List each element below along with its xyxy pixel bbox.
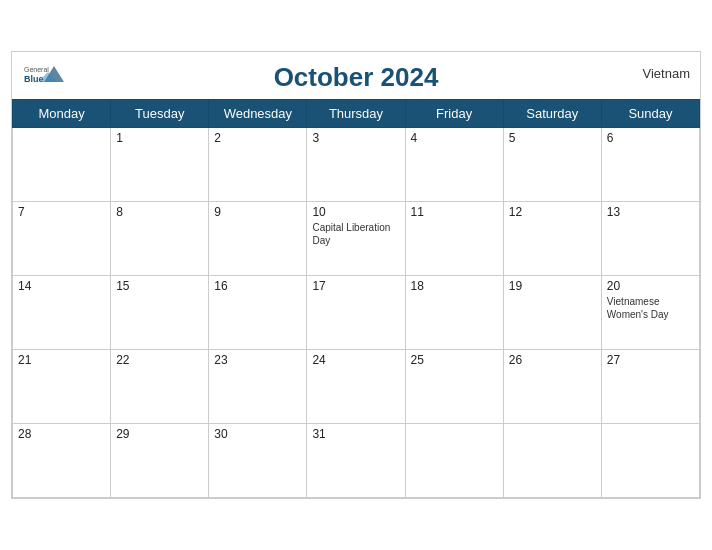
day-cell: 28 — [13, 424, 111, 498]
day-cell: 5 — [503, 128, 601, 202]
day-number: 15 — [116, 279, 203, 293]
day-number: 31 — [312, 427, 399, 441]
day-cell: 26 — [503, 350, 601, 424]
country-label: Vietnam — [643, 66, 690, 81]
week-row-5: 28293031 — [13, 424, 700, 498]
day-cell — [601, 424, 699, 498]
day-number: 4 — [411, 131, 498, 145]
day-number: 1 — [116, 131, 203, 145]
day-cell: 2 — [209, 128, 307, 202]
day-number: 13 — [607, 205, 694, 219]
day-cell — [13, 128, 111, 202]
day-cell: 22 — [111, 350, 209, 424]
day-number: 28 — [18, 427, 105, 441]
week-row-2: 78910Capital Liberation Day111213 — [13, 202, 700, 276]
day-cell: 1 — [111, 128, 209, 202]
day-number: 22 — [116, 353, 203, 367]
day-number: 3 — [312, 131, 399, 145]
svg-text:Blue: Blue — [24, 74, 44, 84]
day-cell: 19 — [503, 276, 601, 350]
day-cell: 29 — [111, 424, 209, 498]
holiday-label: Vietnamese Women's Day — [607, 295, 694, 321]
day-number: 10 — [312, 205, 399, 219]
week-row-3: 14151617181920Vietnamese Women's Day — [13, 276, 700, 350]
day-number: 2 — [214, 131, 301, 145]
day-cell: 4 — [405, 128, 503, 202]
day-number: 20 — [607, 279, 694, 293]
brand-logo-area: General Blue — [22, 60, 66, 90]
day-cell: 16 — [209, 276, 307, 350]
header-wednesday: Wednesday — [209, 100, 307, 128]
day-cell: 21 — [13, 350, 111, 424]
header-sunday: Sunday — [601, 100, 699, 128]
day-number: 12 — [509, 205, 596, 219]
header-thursday: Thursday — [307, 100, 405, 128]
calendar-title: October 2024 — [32, 62, 680, 93]
week-row-1: 123456 — [13, 128, 700, 202]
days-header-row: Monday Tuesday Wednesday Thursday Friday… — [13, 100, 700, 128]
day-cell: 13 — [601, 202, 699, 276]
day-cell: 20Vietnamese Women's Day — [601, 276, 699, 350]
day-cell: 15 — [111, 276, 209, 350]
day-cell — [405, 424, 503, 498]
calendar-container: General Blue October 2024 Vietnam Monday… — [11, 51, 701, 499]
day-cell: 8 — [111, 202, 209, 276]
day-number: 6 — [607, 131, 694, 145]
calendar-table: Monday Tuesday Wednesday Thursday Friday… — [12, 99, 700, 498]
day-number: 21 — [18, 353, 105, 367]
day-cell: 27 — [601, 350, 699, 424]
day-number: 26 — [509, 353, 596, 367]
day-cell: 17 — [307, 276, 405, 350]
header-friday: Friday — [405, 100, 503, 128]
day-cell: 11 — [405, 202, 503, 276]
day-number: 9 — [214, 205, 301, 219]
day-cell — [503, 424, 601, 498]
calendar-header: General Blue October 2024 Vietnam — [12, 52, 700, 99]
day-number: 8 — [116, 205, 203, 219]
day-number: 5 — [509, 131, 596, 145]
day-number: 29 — [116, 427, 203, 441]
day-cell: 10Capital Liberation Day — [307, 202, 405, 276]
week-row-4: 21222324252627 — [13, 350, 700, 424]
day-cell: 9 — [209, 202, 307, 276]
day-number: 7 — [18, 205, 105, 219]
day-cell: 25 — [405, 350, 503, 424]
day-cell: 18 — [405, 276, 503, 350]
svg-text:General: General — [24, 66, 49, 73]
day-cell: 12 — [503, 202, 601, 276]
header-monday: Monday — [13, 100, 111, 128]
holiday-label: Capital Liberation Day — [312, 221, 399, 247]
day-number: 27 — [607, 353, 694, 367]
day-number: 17 — [312, 279, 399, 293]
day-cell: 14 — [13, 276, 111, 350]
day-cell: 24 — [307, 350, 405, 424]
day-cell: 3 — [307, 128, 405, 202]
day-cell: 7 — [13, 202, 111, 276]
day-number: 19 — [509, 279, 596, 293]
day-number: 14 — [18, 279, 105, 293]
day-number: 16 — [214, 279, 301, 293]
day-cell: 31 — [307, 424, 405, 498]
day-number: 25 — [411, 353, 498, 367]
day-cell: 30 — [209, 424, 307, 498]
day-number: 30 — [214, 427, 301, 441]
day-cell: 6 — [601, 128, 699, 202]
day-number: 23 — [214, 353, 301, 367]
header-tuesday: Tuesday — [111, 100, 209, 128]
day-cell: 23 — [209, 350, 307, 424]
header-saturday: Saturday — [503, 100, 601, 128]
day-number: 11 — [411, 205, 498, 219]
day-number: 24 — [312, 353, 399, 367]
day-number: 18 — [411, 279, 498, 293]
